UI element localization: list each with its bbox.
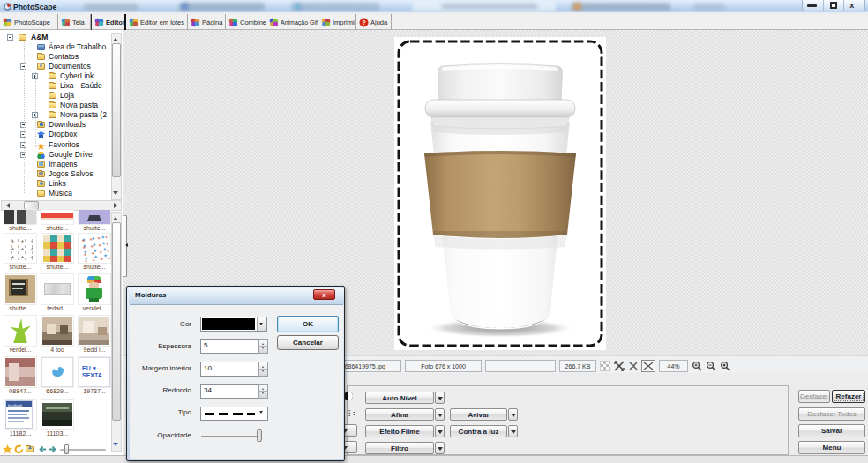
svg-text:?: ? xyxy=(362,19,366,26)
